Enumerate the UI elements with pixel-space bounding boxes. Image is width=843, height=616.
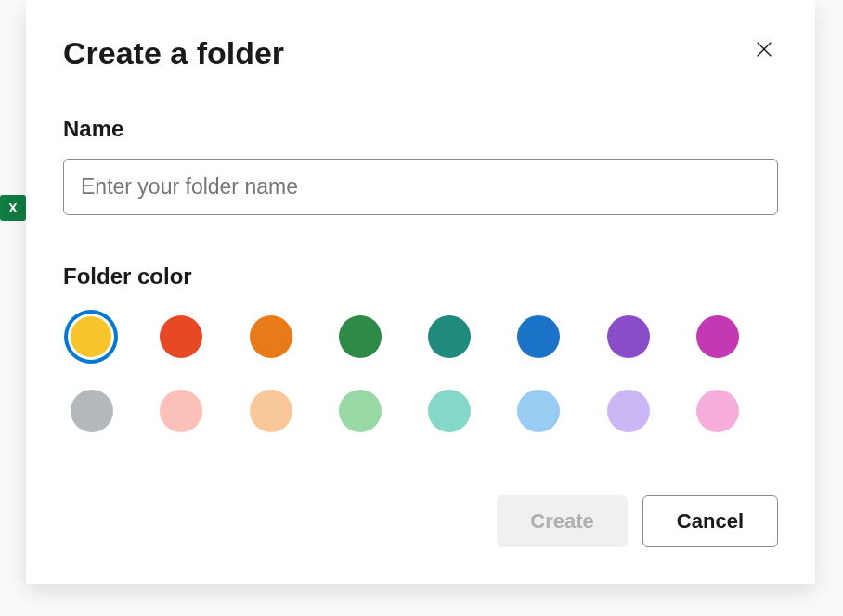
color-cell — [510, 315, 599, 358]
color-cell — [242, 315, 331, 358]
color-swatch-blue[interactable] — [517, 315, 560, 358]
color-cell — [510, 390, 599, 432]
create-button[interactable]: Create — [497, 495, 627, 547]
color-label: Folder color — [63, 263, 778, 289]
color-swatch-light-pink[interactable] — [696, 390, 739, 432]
color-cell — [600, 390, 689, 432]
color-cell — [331, 390, 421, 432]
color-swatch-light-orange[interactable] — [250, 390, 292, 432]
color-cell — [63, 390, 152, 432]
color-cell — [242, 390, 331, 432]
color-cell — [152, 315, 241, 358]
color-cell — [331, 315, 421, 358]
color-swatch-light-red[interactable] — [160, 390, 202, 432]
cancel-button[interactable]: Cancel — [642, 495, 778, 547]
color-swatch-light-blue[interactable] — [517, 390, 560, 432]
color-swatch-yellow[interactable] — [71, 316, 111, 357]
dialog-title: Create a folder — [63, 35, 284, 71]
color-cell — [63, 315, 152, 358]
color-swatch-magenta[interactable] — [696, 315, 739, 358]
create-folder-dialog: Create a folder Name Folder color Create… — [26, 0, 815, 584]
color-swatch-orange[interactable] — [250, 315, 292, 358]
color-swatch-light-teal[interactable] — [428, 390, 471, 432]
color-cell — [689, 390, 778, 432]
color-cell — [421, 390, 510, 432]
color-picker-grid — [63, 306, 778, 432]
color-swatch-grey[interactable] — [71, 390, 113, 432]
color-section: Folder color — [63, 263, 778, 432]
name-label: Name — [63, 116, 778, 142]
color-cell — [152, 390, 241, 432]
color-cell — [689, 315, 778, 358]
color-swatch-light-purple[interactable] — [607, 390, 650, 432]
color-swatch-light-green[interactable] — [339, 390, 382, 432]
color-swatch-teal[interactable] — [428, 315, 471, 358]
close-button[interactable] — [750, 35, 778, 63]
close-icon — [754, 39, 774, 59]
color-swatch-green[interactable] — [339, 315, 382, 358]
folder-name-input[interactable] — [63, 159, 778, 215]
color-cell — [421, 315, 510, 358]
dialog-footer: Create Cancel — [63, 495, 778, 547]
excel-file-icon: X — [0, 195, 26, 221]
color-swatch-red[interactable] — [160, 315, 202, 358]
name-section: Name — [63, 116, 778, 215]
dialog-header: Create a folder — [63, 35, 778, 71]
color-swatch-purple[interactable] — [607, 315, 650, 358]
color-cell — [600, 315, 689, 358]
